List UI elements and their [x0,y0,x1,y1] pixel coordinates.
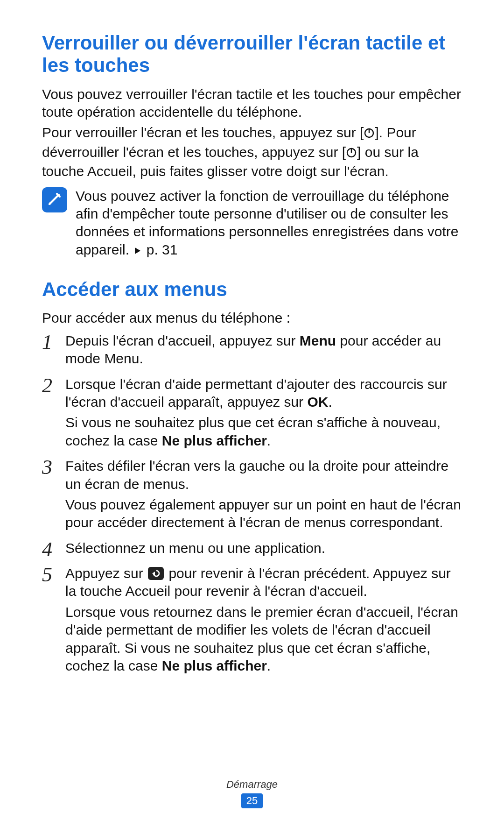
text-run: Ne plus afficher [162,433,267,448]
step-text: Lorsque l'écran d'aide permettant d'ajou… [65,375,462,411]
text-run: Menu [300,333,336,348]
para-lock-2a: Pour verrouiller l'écran et les touches,… [42,125,364,140]
power-icon [346,145,357,163]
step-body: Appuyez sur pour revenir à l'écran précé… [65,565,462,678]
step-number: 5 [42,565,65,585]
text-run: . [267,433,271,448]
text-run: . [267,658,271,673]
step-text: Appuyez sur pour revenir à l'écran précé… [65,565,462,601]
step-body: Depuis l'écran d'accueil, appuyez sur Me… [65,332,462,371]
page-number: 25 [241,793,263,808]
step-extra-text: Vous pouvez également appuyer sur un poi… [65,496,462,532]
step: 4Sélectionnez un menu ou une application… [42,539,462,560]
step-extra-text: Si vous ne souhaitez plus que cet écran … [65,414,462,450]
text-run: Sélectionnez un menu ou une application. [65,540,325,556]
text-run: Appuyez sur [65,565,147,581]
page-footer: Démarrage 25 [0,778,504,808]
heading-menus: Accéder aux menus [42,278,462,301]
step-text: Depuis l'écran d'accueil, appuyez sur Me… [65,332,462,368]
text-run: Depuis l'écran d'accueil, appuyez sur [65,333,300,348]
step-number: 2 [42,375,65,396]
text-run: OK [307,394,328,410]
footer-section-label: Démarrage [0,778,504,791]
svg-marker-4 [135,247,140,254]
power-icon [364,125,375,143]
triangle-right-icon [134,241,141,259]
step-body: Sélectionnez un menu ou une application. [65,539,462,560]
step-body: Lorsque l'écran d'aide permettant d'ajou… [65,375,462,453]
text-run: Lorsque l'écran d'aide permettant d'ajou… [65,376,447,410]
step: 2Lorsque l'écran d'aide permettant d'ajo… [42,375,462,453]
note-text: Vous pouvez activer la fonction de verro… [76,187,462,259]
back-key-icon [148,567,164,580]
step: 5Appuyez sur pour revenir à l'écran préc… [42,565,462,678]
heading-lock: Verrouiller ou déverrouiller l'écran tac… [42,32,462,77]
text-run: Ne plus afficher [162,658,267,673]
text-run: . [328,394,332,410]
text-run: Vous pouvez également appuyer sur un poi… [65,497,461,530]
note-icon [42,187,67,212]
step-number: 4 [42,539,65,560]
note-text-b: p. 31 [142,242,177,257]
para-menus-intro: Pour accéder aux menus du téléphone : [42,309,462,327]
step-body: Faites défiler l'écran vers la gauche ou… [65,457,462,535]
para-lock-1: Vous pouvez verrouiller l'écran tactile … [42,85,462,121]
step-text: Faites défiler l'écran vers la gauche ou… [65,457,462,493]
step-number: 3 [42,457,65,478]
page: Verrouiller ou déverrouiller l'écran tac… [0,0,504,827]
step: 3Faites défiler l'écran vers la gauche o… [42,457,462,535]
steps-list: 1Depuis l'écran d'accueil, appuyez sur M… [42,332,462,678]
step-extra-text: Lorsque vous retournez dans le premier é… [65,603,462,675]
note-text-a: Vous pouvez activer la fonction de verro… [76,188,459,257]
text-run: Faites défiler l'écran vers la gauche ou… [65,458,448,491]
step-number: 1 [42,332,65,353]
note-block: Vous pouvez activer la fonction de verro… [42,187,462,259]
step-text: Sélectionnez un menu ou une application. [65,539,462,557]
para-lock-2: Pour verrouiller l'écran et les touches,… [42,124,462,180]
step: 1Depuis l'écran d'accueil, appuyez sur M… [42,332,462,371]
